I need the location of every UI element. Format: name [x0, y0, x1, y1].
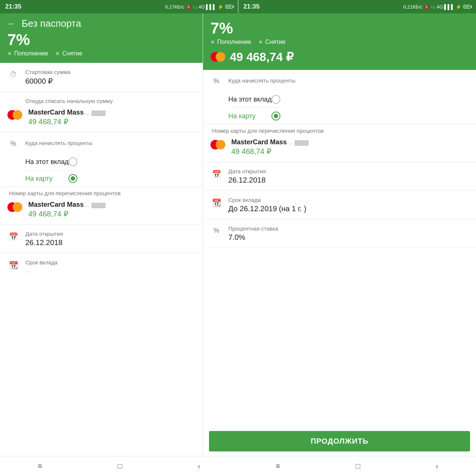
right-tag-withdraw: ✕ Снятие — [258, 39, 285, 45]
option2-label-right: На карту — [228, 112, 255, 120]
interest-direction-section-right: % Куда начислять проценты На этот вклад … — [203, 70, 476, 125]
radio-to-card-right[interactable]: На карту — [228, 108, 280, 124]
mastercard-logo-header-right — [210, 52, 225, 62]
left-tag-replenish: ✕ Пополнение — [7, 50, 48, 57]
time-right: 21:35 — [244, 3, 260, 10]
term-label-left: Срок вклада — [25, 259, 195, 266]
open-date-section-right: 📅 Дата открытия 26.12.2018 — [203, 162, 476, 191]
battery-right — [463, 5, 471, 9]
rate-label-right: Процентная ставка — [228, 225, 469, 232]
radio-this-deposit-right[interactable]: На этот вклад — [228, 91, 280, 107]
continue-button[interactable]: ПРОДОЛЖИТЬ — [209, 431, 470, 451]
signal-icon-r: ↑↓ — [431, 4, 435, 10]
right-percent: 7% — [210, 19, 469, 37]
option1-label-left: На этот вклад — [25, 158, 68, 166]
left-content: ⏱ Стартовая сумма 60000 ₽ Откуда списать… — [0, 63, 203, 456]
interest-card-left[interactable]: MasterCard Mass .... ▓▓▓▓ 49 468,74 ₽ — [7, 199, 106, 218]
interest-label-left: Куда начислять проценты — [25, 138, 92, 146]
radio-circle-option2-left[interactable] — [68, 174, 77, 183]
interest-card-name-right: MasterCard Mass — [231, 138, 287, 146]
option1-label-right: На этот вклад — [228, 96, 271, 103]
term-value-left: ... — [25, 267, 195, 274]
charge-icon-left: ⚡ — [218, 4, 223, 10]
percent-icon-left: % — [7, 140, 19, 148]
left-tags: ✕ Пополнение ✕ Снятие — [7, 50, 195, 57]
network-right: 4G — [437, 4, 443, 10]
nav-back-right[interactable]: ‹ — [428, 460, 446, 473]
status-icons-left: 0,17КБ/с 🔕 ↑↓ 4G ▌▌▌ ⚡ — [165, 4, 233, 10]
open-date-section-left: 📅 Дата открытия 26.12.2018 — [0, 225, 203, 253]
interest-card-balance-left: 49 468,74 ₽ — [28, 209, 106, 218]
right-header: 7% ✕ Пополнение ✕ Снятие — [203, 13, 476, 70]
signal-bars-left: ▌▌▌ — [206, 4, 216, 10]
interest-card-dots-left: .... ▓▓▓▓ — [84, 202, 106, 208]
back-button[interactable]: ← — [7, 19, 16, 29]
calendar-icon-right: 📅 — [210, 170, 222, 178]
network-left: 4G — [199, 4, 205, 10]
right-panel: 7% ✕ Пополнение ✕ Снятие — [203, 13, 476, 456]
mastercard-logo-interest-right — [210, 140, 225, 149]
nav-bars: ≡ □ ‹ ≡ □ ‹ — [0, 456, 476, 476]
card-number-label-right: Номер карты для перечисления процентов — [212, 128, 324, 134]
term-label-right: Срок вклада — [228, 197, 469, 203]
speed-left: 0,17КБ/с — [165, 4, 184, 10]
nav-menu-right[interactable]: ≡ — [268, 460, 288, 473]
interest-direction-section-left: % Куда начислять проценты На этот вклад … — [0, 132, 203, 187]
calendar-term-icon-left: 📆 — [7, 261, 19, 270]
right-header-amount: 49 468,74 ₽ — [230, 50, 293, 64]
left-percent: 7% — [7, 31, 195, 49]
interest-card-section-right: Номер карты для перечисления процентов M… — [203, 125, 476, 162]
mastercard-logo-source — [7, 110, 22, 120]
source-card-name: MasterCard Mass — [28, 109, 84, 116]
left-page-title: Без паспорта — [22, 18, 81, 29]
nav-back-left[interactable]: ‹ — [190, 460, 208, 473]
interest-card-right[interactable]: MasterCard Mass .... ▓▓▓▓ 49 468,74 ₽ — [210, 137, 309, 156]
left-tag-withdraw: ✕ Снятие — [55, 50, 82, 57]
time-left: 21:35 — [5, 3, 21, 10]
nav-bar-left: ≡ □ ‹ — [0, 456, 238, 476]
amount-icon: ⏱ — [7, 70, 19, 79]
right-content: % Куда начислять проценты На этот вклад … — [203, 70, 476, 427]
source-card-dots: .... ▓▓▓▓ — [84, 109, 106, 116]
interest-card-section-left: Номер карты для перечисления процентов M… — [0, 187, 203, 225]
battery-left — [225, 5, 233, 9]
nav-bar-right: ≡ □ ‹ — [238, 456, 476, 476]
status-icons-right: 0,21КБ/с 🔕 ↑↓ 4G ▌▌▌ ⚡ — [403, 4, 471, 10]
radio-circle-option1-right[interactable] — [271, 95, 280, 104]
start-amount-value: 60000 ₽ — [25, 77, 195, 86]
rate-section-right: % Процентная ставка 7.0% — [203, 219, 476, 248]
start-amount-label: Стартовая сумма — [25, 69, 195, 75]
rate-value-right: 7.0% — [228, 233, 469, 242]
radio-this-deposit-left[interactable]: На этот вклад — [25, 154, 77, 170]
radio-to-card-left[interactable]: На карту — [25, 170, 77, 187]
interest-card-balance-right: 49 468,74 ₽ — [231, 147, 309, 156]
nav-menu-left[interactable]: ≡ — [30, 460, 50, 473]
source-card[interactable]: MasterCard Mass .... ▓▓▓▓ 49 468,74 ₽ — [7, 107, 106, 126]
open-date-label-right: Дата открытия — [228, 168, 469, 174]
interest-card-dots-right: .... ▓▓▓▓ — [287, 139, 309, 145]
percent-icon-right: % — [210, 77, 222, 85]
status-bar-right: 21:35 0,21КБ/с 🔕 ↑↓ 4G ▌▌▌ ⚡ — [238, 0, 476, 13]
option2-label-left: На карту — [25, 175, 52, 183]
interest-label-right: Куда начислять проценты — [228, 76, 295, 84]
interest-card-name-left: MasterCard Mass — [28, 201, 84, 209]
term-section-left: 📆 Срок вклада ... — [0, 253, 203, 280]
nav-home-left[interactable]: □ — [110, 460, 129, 473]
term-section-right: 📆 Срок вклада До 26.12.2019 (на 1 г. ) — [203, 191, 476, 219]
open-date-label-left: Дата открытия — [25, 231, 195, 237]
status-bar-left: 21:35 0,17КБ/с 🔕 ↑↓ 4G ▌▌▌ ⚡ — [0, 0, 238, 13]
signal-bars-right: ▌▌▌ — [444, 4, 454, 10]
open-date-value-left: 26.12.2018 — [25, 238, 195, 247]
nav-home-right[interactable]: □ — [348, 460, 367, 473]
percent-rate-icon-right: % — [210, 227, 222, 235]
radio-circle-option1-left[interactable] — [68, 157, 77, 166]
mute-icon-r: 🔕 — [424, 4, 430, 10]
calendar-icon-left: 📅 — [7, 232, 19, 241]
speed-right: 0,21КБ/с — [403, 4, 422, 10]
calendar-term-icon-right: 📆 — [210, 198, 222, 207]
start-amount-section: ⏱ Стартовая сумма 60000 ₽ — [0, 63, 203, 92]
radio-circle-option2-right[interactable] — [271, 112, 280, 120]
open-date-value-right: 26.12.2018 — [228, 176, 469, 184]
signal-icon: ↑↓ — [193, 4, 197, 10]
mute-icon: 🔕 — [186, 4, 192, 10]
